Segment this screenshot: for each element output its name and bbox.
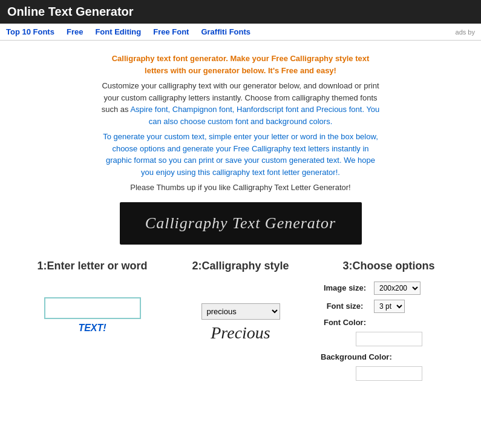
style-select[interactable]: aspire champignon hanfordscript precious	[201, 303, 280, 320]
font-size-select[interactable]: 1 pt 2 pt 3 pt 4 pt 5 pt	[374, 300, 405, 313]
nav-free-font[interactable]: Free Font	[153, 27, 189, 36]
page-header: Online Text Generator	[0, 0, 481, 24]
nav-top10-fonts[interactable]: Top 10 Fonts	[6, 27, 54, 36]
banner-image: Calligraphy Text Generator	[120, 202, 362, 245]
font-color-row: Font Color:	[321, 318, 457, 327]
desc-line1: Calligraphy text font generator. Make yo…	[112, 54, 370, 75]
ads-label: ads by	[456, 28, 475, 36]
col3-header: 3:Choose options	[321, 259, 457, 273]
font-color-input[interactable]	[356, 332, 422, 346]
text-preview: TEXT!	[24, 323, 160, 334]
banner-text: Calligraphy Text Generator	[145, 214, 336, 232]
font-color-label: Font Color:	[321, 318, 369, 327]
image-size-select[interactable]: 200x200 300x300 400x400	[374, 282, 420, 295]
text-input[interactable]	[44, 297, 141, 319]
bg-color-input[interactable]	[356, 366, 422, 381]
desc-fonts: Aspire font, Champignon font, Hanfordscr…	[130, 105, 364, 114]
col1-header: 1:Enter letter or word	[24, 259, 160, 273]
main-content: Calligraphy text font generator. Make yo…	[0, 41, 481, 393]
font-size-row: Font size: 1 pt 2 pt 3 pt 4 pt 5 pt	[321, 300, 457, 313]
nav-free[interactable]: Free	[67, 27, 83, 36]
desc-thumbsup: Please Thumbs up if you like Calligraphy…	[130, 183, 350, 192]
bg-color-label: Background Color:	[321, 352, 392, 361]
nav-graffiti-fonts[interactable]: Graffiti Fonts	[201, 27, 250, 36]
col-style: 2:Calligraphy style aspire champignon ha…	[166, 253, 315, 349]
header-title: Online Text Generator	[7, 5, 134, 18]
col-enter-text: 1:Enter letter or word TEXT!	[18, 253, 166, 340]
bg-color-row: Background Color:	[321, 352, 457, 361]
style-preview: Precious	[172, 323, 309, 343]
desc-line4: To generate your custom text, simple ent…	[103, 132, 378, 177]
description-block: Calligraphy text font generator. Make yo…	[102, 53, 380, 194]
image-size-label: Image size:	[321, 283, 369, 292]
font-size-label: Font size:	[321, 301, 369, 311]
nav-font-editing[interactable]: Font Editing	[95, 27, 141, 36]
nav-bar: Top 10 Fonts Free Font Editing Free Font…	[0, 24, 481, 41]
three-col-section: 1:Enter letter or word TEXT! 2:Calligrap…	[18, 253, 463, 387]
col2-header: 2:Calligraphy style	[172, 259, 309, 273]
image-size-row: Image size: 200x200 300x300 400x400	[321, 282, 457, 295]
col-options: 3:Choose options Image size: 200x200 300…	[315, 253, 463, 387]
